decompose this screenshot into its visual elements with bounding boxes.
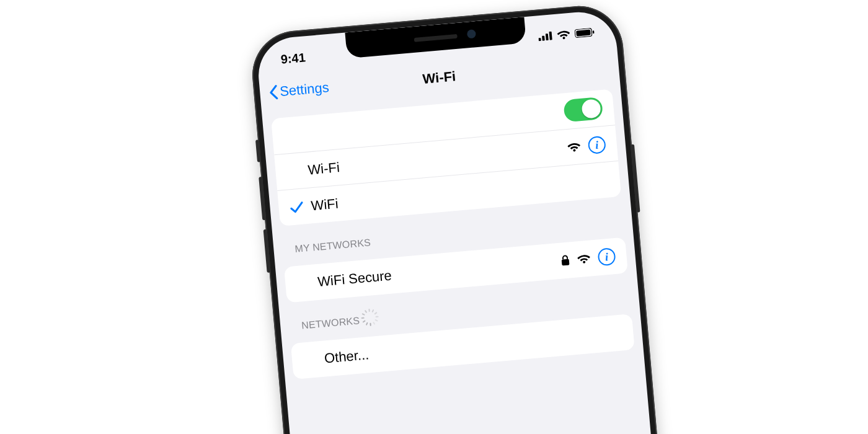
spinner-icon (364, 314, 376, 326)
svg-point-10 (583, 261, 585, 264)
svg-rect-0 (538, 38, 541, 41)
svg-rect-3 (549, 32, 552, 40)
checkmark-icon (290, 200, 304, 214)
phone-device: 9:41 (249, 2, 679, 434)
svg-rect-1 (542, 36, 545, 41)
networks-header-label: Networks (301, 315, 360, 331)
svg-rect-7 (593, 30, 595, 33)
other-label: Other... (324, 325, 622, 367)
settings-content: Settings Wi-Fi Wi-Fi (259, 42, 672, 434)
wifi-icon (567, 141, 581, 153)
power-button (631, 144, 640, 213)
back-label: Settings (279, 79, 329, 100)
svg-rect-2 (546, 33, 549, 40)
svg-point-4 (562, 37, 565, 39)
back-button[interactable]: Settings (268, 79, 329, 100)
screen: 9:41 (255, 9, 672, 434)
canvas: 9:41 (0, 0, 868, 434)
info-button[interactable]: i (588, 135, 606, 154)
my-networks-header-label: My Networks (294, 237, 371, 255)
front-camera (467, 29, 476, 38)
wifi-toggle[interactable] (563, 97, 603, 122)
lock-icon (560, 254, 570, 266)
toggle-knob (581, 99, 601, 119)
speaker-grille (414, 33, 458, 42)
wifi-status-icon (556, 29, 570, 40)
svg-point-8 (573, 149, 575, 151)
wifi-icon (577, 253, 591, 264)
info-button[interactable]: i (597, 247, 616, 266)
phone-frame: 9:41 (249, 2, 679, 434)
battery-icon (574, 28, 595, 38)
volume-down-button (264, 229, 271, 273)
chevron-left-icon (268, 84, 278, 100)
svg-rect-6 (576, 30, 591, 37)
mute-switch (255, 140, 261, 162)
volume-up-button (259, 177, 266, 220)
svg-rect-9 (562, 259, 570, 266)
cellular-icon (538, 31, 553, 41)
